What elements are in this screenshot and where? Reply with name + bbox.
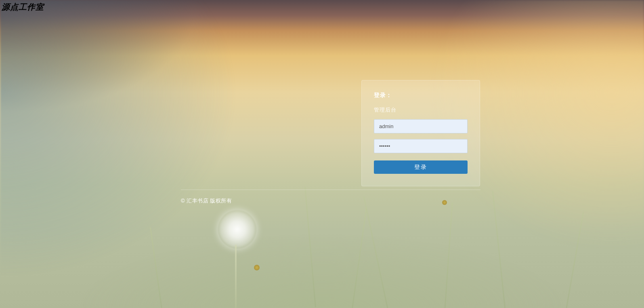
login-panel: 登录： 管理后台 登录 — [361, 80, 480, 186]
decorative-bud — [442, 200, 447, 205]
password-input[interactable] — [374, 139, 468, 153]
decorative-bud — [254, 265, 260, 270]
login-title: 登录： — [374, 92, 468, 99]
footer-copyright: © 汇丰书店 版权所有 — [181, 197, 232, 205]
login-button[interactable]: 登录 — [374, 160, 468, 174]
login-subtitle: 管理后台 — [374, 106, 468, 114]
username-input[interactable] — [374, 119, 468, 133]
background-image — [0, 0, 644, 308]
brand-title: 源点工作室 — [2, 2, 44, 13]
footer-divider — [181, 190, 480, 190]
